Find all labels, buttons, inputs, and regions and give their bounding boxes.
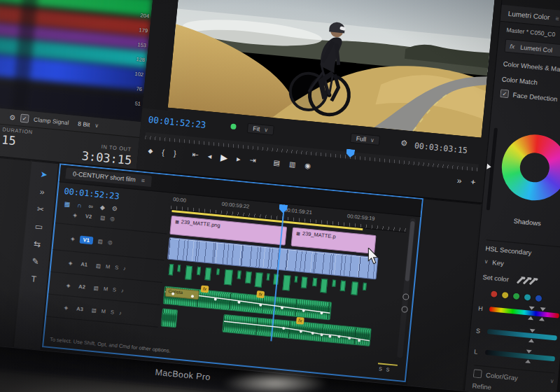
slider-handle[interactable] — [528, 336, 535, 343]
hue-slider[interactable] — [489, 307, 559, 318]
color-swatch-3[interactable] — [524, 294, 531, 301]
section-hsl-secondary[interactable]: HSL Secondary — [485, 239, 560, 260]
track-label-selected[interactable]: V1 — [79, 236, 93, 245]
slider-marker[interactable] — [486, 164, 494, 170]
track-output-eye-icon[interactable]: ◎ — [110, 216, 115, 223]
fx-badge[interactable]: fx — [201, 285, 209, 293]
scrollbar-thumb[interactable] — [405, 221, 414, 281]
source-patch-icon[interactable]: ▤ — [97, 238, 103, 245]
lock-icon[interactable]: ◈ — [73, 211, 78, 218]
slider-handle[interactable] — [528, 306, 535, 313]
monitor-settings-wrench-icon[interactable]: ⚙ — [400, 139, 408, 148]
audio-clip-fragment[interactable] — [295, 276, 298, 282]
zoom-level-select[interactable]: Fit ∨ — [247, 123, 274, 136]
color-swatch-4[interactable] — [536, 295, 542, 302]
section-color-wheels[interactable]: Color Wheels & Match — [503, 59, 560, 75]
audio-clip-fragment[interactable] — [282, 275, 290, 291]
section-color-match[interactable]: Color Match — [501, 75, 560, 90]
step-back-button[interactable]: ◂ — [207, 152, 212, 161]
audio-clip-fragment[interactable] — [320, 279, 328, 293]
track-height-handle[interactable] — [402, 293, 410, 300]
volume-keyframe-dot[interactable] — [302, 309, 304, 312]
volume-keyframe-dot[interactable] — [337, 335, 340, 337]
slider-handle[interactable] — [526, 349, 532, 356]
volume-keyframe-dot[interactable] — [259, 304, 262, 307]
chevron-down-icon[interactable]: ∨ — [94, 122, 99, 129]
add-panel-button[interactable]: + — [470, 176, 476, 187]
audio-clip-fragment[interactable] — [204, 267, 211, 281]
volume-keyframe-dot[interactable] — [191, 295, 194, 298]
fx-badge[interactable]: fx — [296, 317, 304, 325]
mark-in-button[interactable]: { — [162, 148, 165, 156]
slider-handle[interactable] — [528, 313, 534, 320]
track-select-forward-tool[interactable]: » — [39, 187, 45, 197]
color-gray-checkbox[interactable] — [473, 369, 482, 378]
mark-out-button[interactable]: } — [174, 148, 177, 157]
go-to-in-button[interactable]: ⇤ — [192, 150, 199, 160]
audio-clip-fragment[interactable] — [169, 264, 174, 276]
bit-depth-select[interactable]: 8 Bit — [78, 120, 90, 129]
key-row[interactable]: ∨ Key — [484, 258, 560, 273]
audio-clip-fragment[interactable] — [237, 270, 241, 279]
scope-settings-wrench-icon[interactable]: ⚙ — [9, 113, 16, 122]
slip-tool[interactable]: ▭ — [34, 221, 43, 232]
step-forward-button[interactable]: ▸ — [236, 155, 241, 164]
fx-badge[interactable]: fx — [256, 290, 265, 298]
slider-handle[interactable] — [539, 314, 545, 321]
shadows-color-wheel[interactable] — [499, 132, 560, 204]
shadows-slider[interactable] — [486, 128, 498, 211]
audio-clip-fragment[interactable] — [267, 273, 270, 280]
color-swatch-2[interactable] — [513, 293, 520, 300]
audio-clip-fragment[interactable] — [301, 276, 307, 288]
slider-handle[interactable] — [525, 356, 531, 363]
audio-clip-fragment[interactable] — [224, 270, 233, 286]
face-detection-row[interactable]: ✓ Face Detection — [500, 89, 560, 105]
volume-keyframe-dot[interactable] — [237, 301, 240, 304]
audio-clip-a3-sliver[interactable] — [161, 308, 178, 328]
color-swatch-1[interactable] — [502, 292, 509, 299]
source-patch-icon[interactable]: ▤ — [100, 214, 106, 221]
timeline-timecode[interactable]: 00:01:52:23 — [64, 186, 120, 202]
volume-keyframe-dot[interactable] — [172, 292, 174, 295]
face-detection-checkbox[interactable]: ✓ — [500, 89, 509, 98]
audio-clip-fragment[interactable] — [197, 267, 201, 275]
audio-clip-fragment[interactable] — [332, 279, 336, 286]
audio-clip-fragment[interactable] — [216, 269, 220, 275]
audio-clip-fragment[interactable] — [351, 281, 358, 295]
extract-button[interactable]: ▥ — [288, 160, 295, 169]
panel-menu-icon[interactable]: ≡ — [555, 15, 559, 22]
effect-row-lumetri[interactable]: fx Lumetri Col — [504, 39, 560, 60]
audio-clip-fragment[interactable] — [363, 283, 367, 290]
razor-tool[interactable]: ✂ — [36, 204, 44, 215]
slider-handle[interactable] — [540, 307, 546, 314]
track-output-eye-icon[interactable]: ◎ — [107, 239, 112, 246]
audio-clip-fragment[interactable] — [255, 272, 263, 288]
audio-clip-fragment[interactable] — [340, 281, 346, 292]
track-label[interactable]: V2 — [82, 212, 96, 221]
more-options-button[interactable]: » — [456, 175, 462, 186]
panel-menu-icon[interactable]: ≡ — [141, 177, 145, 184]
export-frame-button[interactable]: ◉ — [304, 162, 312, 170]
slide-tool[interactable]: ⇆ — [33, 239, 41, 249]
saturation-slider[interactable] — [487, 329, 557, 341]
track-height-handle[interactable] — [401, 306, 408, 313]
volume-keyframe-dot[interactable] — [280, 306, 283, 309]
add-marker-button[interactable]: ◆ — [148, 147, 153, 155]
pen-tool[interactable]: ✎ — [31, 256, 39, 267]
color-swatch-0[interactable] — [491, 290, 498, 298]
sync-lock-labels[interactable]: S S — [379, 366, 391, 372]
audio-clip-fragment[interactable] — [245, 272, 252, 284]
audio-clip-fragment[interactable] — [312, 278, 317, 287]
go-to-out-button[interactable]: ⇥ — [249, 155, 256, 165]
selection-tool[interactable]: ➤ — [40, 169, 48, 180]
playback-resolution-select[interactable]: Full ∨ — [350, 133, 381, 146]
luma-slider[interactable] — [485, 350, 555, 362]
chevron-down-icon[interactable]: ∨ — [550, 377, 554, 384]
play-button[interactable]: ▶ — [220, 152, 228, 163]
monitor-position-timecode[interactable]: 00:01:52:23 — [148, 114, 206, 130]
clamp-signal-checkbox[interactable]: ✓ — [20, 114, 29, 123]
type-tool[interactable]: T — [31, 274, 37, 284]
lock-icon[interactable]: ◈ — [71, 235, 76, 242]
audio-clip-fragment[interactable] — [177, 265, 181, 272]
chevron-down-icon[interactable]: ∨ — [484, 258, 489, 265]
